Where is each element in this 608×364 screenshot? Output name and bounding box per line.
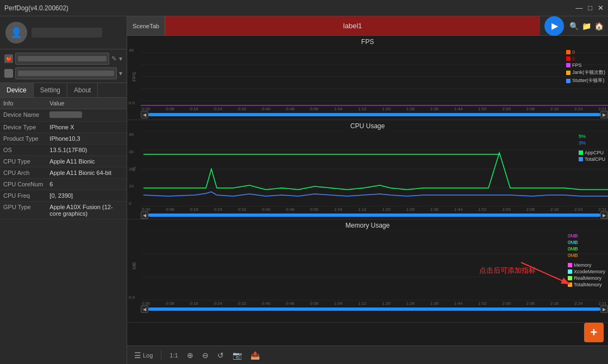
avatar-info-blur — [32, 28, 102, 37]
device-select[interactable] — [15, 53, 109, 65]
tab-about[interactable]: About — [67, 83, 98, 97]
reset-zoom-button[interactable]: ↺ — [215, 349, 227, 361]
x-axis-label: 0:24 — [214, 207, 223, 212]
tab-device[interactable]: Device — [0, 83, 34, 97]
cpu-y-ticks: 40 30 20 10 0 — [129, 131, 134, 207]
search-icon[interactable]: 🔍 — [569, 22, 579, 30]
zoom-in-button[interactable]: ⊕ — [184, 349, 196, 361]
table-row: GPU TypeApple A10X Fusion (12-core graph… — [0, 202, 127, 219]
fps-legend3: Stutter(卡顿率) — [566, 77, 605, 84]
home-icon[interactable]: 🏠 — [594, 22, 604, 30]
tab-setting[interactable]: Setting — [34, 83, 67, 97]
cpu-scroll-right[interactable]: ▶ — [600, 211, 608, 219]
fps-scrollbar-thumb — [148, 113, 600, 116]
fps-legend-label1: FPS — [572, 62, 582, 68]
memory-scrollbar: ◀ ▶ — [141, 307, 608, 311]
avatar-area: 👤 — [0, 16, 127, 49]
fps-legend: 0 0 FPS Jan — [566, 49, 605, 84]
scene-tab[interactable]: SceneTab — [127, 16, 165, 35]
x-axis-label: 0:48 — [286, 207, 294, 212]
info-cell: CPU Type — [0, 156, 46, 167]
fps-val2: 0 — [566, 56, 605, 61]
mem-legend-val2: 0MB — [568, 240, 578, 245]
ratio-1-1-button[interactable]: 1:1 — [167, 350, 180, 360]
cpu-legend-val2: 3% — [579, 140, 586, 146]
value-cell: Apple A11 Bionic 64-bit — [46, 167, 127, 179]
x-axis-label: 1:28 — [406, 207, 415, 212]
main-layout: 👤 🍎 ✎ ▾ ▾ Device — [0, 16, 608, 364]
x-axis-label: 2:16 — [550, 207, 559, 212]
value-cell: Apple A10X Fusion (12-core graphics) — [46, 202, 127, 219]
edit-device-icon[interactable]: ✎ — [111, 55, 117, 62]
cpu-scrollbar-track[interactable] — [148, 214, 600, 217]
x-axis-label: 0:16 — [190, 301, 198, 306]
app-dropdown-icon[interactable]: ▾ — [119, 70, 122, 77]
play-button[interactable]: ▶ — [544, 16, 564, 36]
ratio-label: 1:1 — [170, 352, 178, 359]
memory-chart-body: MB 0MB — [127, 230, 608, 301]
add-metric-button[interactable]: + — [584, 323, 604, 342]
memory-scroll-right[interactable]: ▶ — [600, 305, 608, 313]
x-axis-label: 1:12 — [358, 106, 367, 111]
play-icon: ▶ — [551, 21, 558, 31]
x-axis-label: 1:36 — [430, 207, 439, 212]
charts-area: FPS FPS — [127, 36, 608, 346]
x-axis-label: 1:20 — [382, 301, 391, 306]
fps-legend-label3: Stutter(卡顿率) — [572, 77, 605, 84]
close-button[interactable]: ✕ — [598, 4, 604, 12]
fps-scroll-right[interactable]: ▶ — [600, 111, 608, 118]
info-cell: CPU Freq — [0, 190, 46, 202]
cpu-scroll-left[interactable]: ◀ — [141, 211, 148, 219]
apple-icon: 🍎 — [4, 54, 13, 63]
mem-legend-label2: XcodeMemory — [574, 269, 605, 274]
x-axis-label: 2:08 — [526, 207, 535, 212]
memory-scroll-left[interactable]: ◀ — [141, 305, 148, 313]
memory-svg — [141, 230, 608, 301]
plus-icon: + — [591, 327, 598, 338]
x-axis-label: 1:28 — [406, 106, 415, 111]
x-axis-label: 2:16 — [550, 106, 559, 111]
log-toggle[interactable]: ☰ Log — [131, 349, 155, 361]
memory-scrollbar-track[interactable] — [148, 307, 600, 311]
memory-scrollbar-thumb — [148, 307, 600, 311]
x-axis-label: 1:28 — [406, 301, 415, 306]
table-row: CPU Freq[0, 2390] — [0, 190, 127, 202]
cpu-chart-title: CPU Usage — [127, 120, 608, 131]
x-axis-label: 0:48 — [286, 301, 294, 306]
fps-scroll-left[interactable]: ◀ — [141, 111, 148, 118]
folder-icon[interactable]: 📁 — [582, 22, 591, 30]
app-select[interactable] — [15, 67, 117, 79]
x-axis-label: 0:16 — [190, 106, 198, 111]
x-axis-label: 1:04 — [334, 106, 343, 111]
fps-x-axis: 0:000:080:160:240:320:400:480:561:041:12… — [141, 106, 608, 112]
fps-y-bottom: 0.0 — [129, 101, 135, 105]
fps-legend2: Jank(卡顿次数) — [566, 69, 605, 76]
zoom-out-button[interactable]: ⊖ — [199, 349, 211, 361]
cpu-legend-val1: 5% — [579, 134, 586, 139]
left-panel: 👤 🍎 ✎ ▾ ▾ Device — [0, 16, 127, 364]
export-button[interactable]: 📤 — [248, 349, 262, 361]
cpu-chart: CPU Usage % — [127, 120, 608, 219]
info-table: Info Value Device NameDevice TypeIPhone … — [0, 98, 127, 364]
x-axis-label: 1:52 — [478, 207, 487, 212]
table-row: CPU CoreNum6 — [0, 179, 127, 190]
x-axis-label: 0:40 — [262, 301, 271, 306]
minimize-button[interactable]: — — [575, 4, 582, 12]
fps-legend-val1: 0 — [572, 49, 575, 55]
x-axis-label: 2:24 — [574, 301, 583, 306]
maximize-button[interactable]: □ — [588, 4, 592, 12]
mem-val3: 0MB — [568, 246, 605, 252]
screenshot-button[interactable]: 📷 — [230, 349, 245, 361]
memory-legend: 0MB 0MB 0MB 0MB — [568, 233, 605, 287]
x-axis-label: 2:00 — [502, 106, 511, 111]
fps-scrollbar-track[interactable] — [148, 113, 600, 116]
table-row: OS13.5.1(17F80) — [0, 145, 127, 156]
x-axis-label: 0:48 — [286, 106, 294, 111]
device-dropdown-icon[interactable]: ▾ — [119, 55, 122, 62]
fps-chart-body: FPS — [127, 47, 608, 106]
value-cell: Apple A11 Bionic — [46, 156, 127, 167]
info-cell: Device Name — [0, 109, 46, 122]
cpu-y-40: 40 — [129, 132, 134, 137]
blurred-value — [49, 111, 82, 118]
mem-legend-val1: 0MB — [568, 233, 578, 239]
